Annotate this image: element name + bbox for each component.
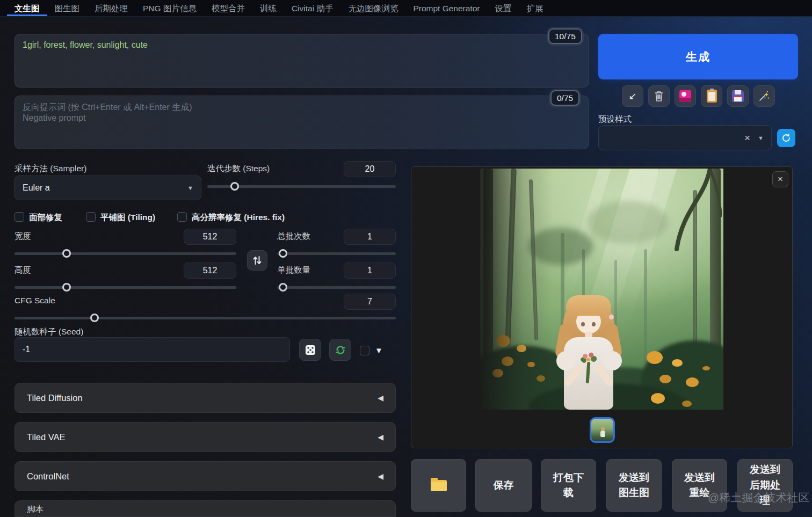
batch-count-label: 总批次数 xyxy=(277,231,310,242)
batch-count-slider[interactable] xyxy=(277,249,396,258)
save-style-button[interactable] xyxy=(727,85,749,107)
cfg-scale-input[interactable] xyxy=(344,294,396,310)
floppy-disk-icon xyxy=(732,90,744,102)
tab-extensions[interactable]: 扩展 xyxy=(519,0,550,16)
width-slider[interactable] xyxy=(15,249,236,258)
close-gallery-button[interactable]: × xyxy=(772,171,788,187)
clear-prompt-button[interactable] xyxy=(648,85,670,107)
script-section: 脚本 xyxy=(15,500,396,517)
tiling-label: 平铺图 (Tiling) xyxy=(100,212,155,223)
swap-arrows-icon xyxy=(252,255,262,266)
width-input[interactable] xyxy=(184,229,236,245)
batch-count-slider-track xyxy=(277,252,396,255)
steps-slider-handle[interactable] xyxy=(230,182,239,191)
batch-size-slider-track xyxy=(277,286,396,289)
restore-faces-label: 面部修复 xyxy=(29,212,62,223)
seed-label: 随机数种子 (Seed) xyxy=(15,326,83,338)
prompt-input[interactable]: 1girl, forest, flower, sunlight, cute xyxy=(15,34,589,88)
width-slider-track xyxy=(15,252,236,255)
picture-card-icon xyxy=(679,90,691,102)
dice-icon xyxy=(305,344,316,356)
gallery-thumbnail-selected[interactable] xyxy=(590,417,615,443)
tiling-checkbox[interactable] xyxy=(86,212,96,222)
preset-styles-label: 预设样式 xyxy=(598,114,632,125)
tab-train[interactable]: 训练 xyxy=(252,0,284,16)
accordion-tiled-diffusion[interactable]: Tiled Diffusion ◀ xyxy=(15,383,396,413)
sampler-select[interactable]: Euler a ▼ xyxy=(15,176,201,200)
prompt-token-counter: 10/75 xyxy=(548,28,582,44)
extra-seed-checkbox[interactable] xyxy=(360,346,369,355)
recycle-icon xyxy=(335,344,346,356)
tab-infinite-image-browser[interactable]: 无边图像浏览 xyxy=(340,0,405,16)
chevron-down-icon: ▼ xyxy=(758,135,764,141)
refresh-styles-button[interactable] xyxy=(777,129,795,147)
tab-civitai-helper[interactable]: Civitai 助手 xyxy=(284,0,341,16)
batch-size-slider[interactable] xyxy=(277,283,396,292)
hires-fix-label: 高分辨率修复 (Hires. fix) xyxy=(192,212,285,223)
height-slider-handle[interactable] xyxy=(62,283,71,292)
chevron-down-icon: ▼ xyxy=(187,185,193,191)
swap-dimensions-button[interactable] xyxy=(247,250,267,271)
close-icon: × xyxy=(778,174,783,185)
cfg-scale-slider-handle[interactable] xyxy=(90,314,99,322)
read-generation-params-button[interactable]: ↙ xyxy=(622,85,643,107)
clipboard-icon xyxy=(707,90,717,103)
apply-styles-button[interactable] xyxy=(701,85,722,107)
batch-count-input[interactable] xyxy=(344,229,396,245)
collapse-arrow-icon: ◀ xyxy=(378,472,383,480)
tab-checkpoint-merger[interactable]: 模型合并 xyxy=(204,0,252,16)
negative-token-counter: 0/75 xyxy=(550,90,579,106)
height-slider-track xyxy=(15,286,236,289)
cfg-scale-label: CFG Scale xyxy=(15,296,55,305)
width-label: 宽度 xyxy=(15,231,31,242)
art-vignette xyxy=(480,169,723,410)
tiled-diffusion-label: Tiled Diffusion xyxy=(27,393,83,403)
batch-size-label: 单批数量 xyxy=(277,265,310,276)
tab-prompt-generator[interactable]: Prompt Generator xyxy=(405,0,487,16)
tab-img2img[interactable]: 图生图 xyxy=(47,0,88,16)
batch-size-input[interactable] xyxy=(344,263,396,279)
save-image-button[interactable]: 保存 xyxy=(475,459,532,512)
open-output-folder-button[interactable] xyxy=(411,459,466,512)
tab-txt2img[interactable]: 文生图 xyxy=(7,0,47,16)
steps-label: 迭代步数 (Steps) xyxy=(207,163,270,174)
random-seed-button[interactable] xyxy=(299,339,321,361)
magic-wand-sparkles-icon xyxy=(758,90,770,102)
magic-prompt-button[interactable] xyxy=(753,85,775,107)
tab-extras[interactable]: 后期处理 xyxy=(87,0,135,16)
batch-size-slider-handle[interactable] xyxy=(279,283,287,292)
cfg-scale-slider[interactable] xyxy=(15,314,396,322)
preset-styles-select[interactable]: × ▼ xyxy=(598,125,772,150)
height-input[interactable] xyxy=(184,263,236,279)
extra-seed-dropdown-arrow[interactable]: ▼ xyxy=(375,346,383,355)
script-label: 脚本 xyxy=(27,504,44,515)
steps-slider[interactable] xyxy=(207,182,396,191)
restore-faces-checkbox[interactable] xyxy=(15,212,24,222)
tab-png-info[interactable]: PNG 图片信息 xyxy=(135,0,204,16)
clear-selection-icon[interactable]: × xyxy=(744,132,750,144)
batch-count-slider-handle[interactable] xyxy=(279,249,287,258)
height-slider[interactable] xyxy=(15,283,236,292)
thumbnail-figure xyxy=(600,431,605,437)
accordion-controlnet[interactable]: ControlNet ◀ xyxy=(15,461,396,491)
generate-button[interactable]: 生成 xyxy=(598,34,798,79)
collapse-arrow-icon: ◀ xyxy=(378,433,383,441)
seed-input[interactable] xyxy=(15,337,290,362)
negative-prompt-input[interactable] xyxy=(15,96,589,149)
width-slider-handle[interactable] xyxy=(62,249,71,258)
extra-networks-button[interactable] xyxy=(675,85,696,107)
reuse-seed-button[interactable] xyxy=(329,339,351,361)
sampler-label: 采样方法 (Sampler) xyxy=(15,163,86,174)
zip-download-button[interactable]: 打包下载 xyxy=(541,459,596,512)
folder-icon xyxy=(431,480,447,491)
result-gallery: × xyxy=(411,166,793,448)
cfg-scale-slider-track xyxy=(15,317,396,319)
send-to-img2img-button[interactable]: 发送到图生图 xyxy=(606,459,662,512)
tiled-vae-label: Tiled VAE xyxy=(27,432,66,442)
generated-image-preview[interactable] xyxy=(480,169,723,410)
height-label: 高度 xyxy=(15,265,31,276)
tab-settings[interactable]: 设置 xyxy=(487,0,519,16)
accordion-tiled-vae[interactable]: Tiled VAE ◀ xyxy=(15,422,396,452)
hires-fix-checkbox[interactable] xyxy=(177,212,187,222)
steps-input[interactable] xyxy=(344,161,396,177)
